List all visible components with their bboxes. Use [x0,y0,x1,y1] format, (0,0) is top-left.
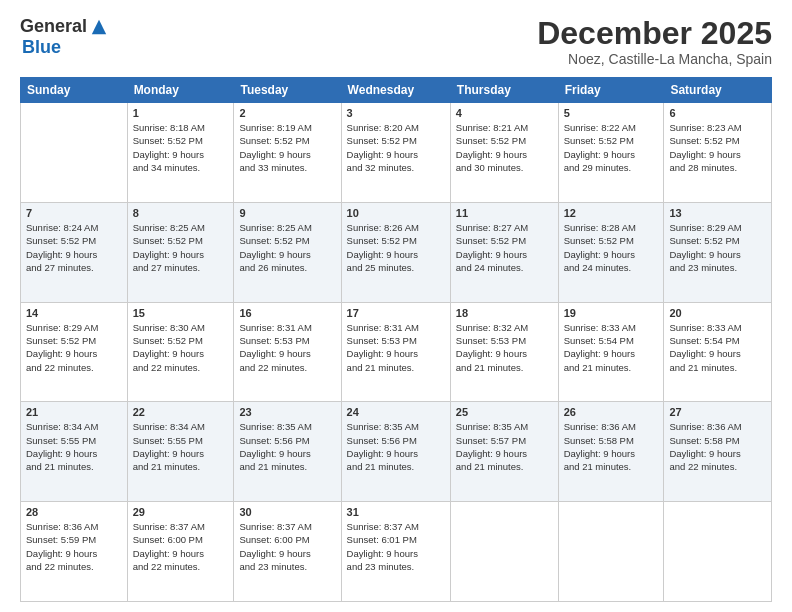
calendar-table: SundayMondayTuesdayWednesdayThursdayFrid… [20,77,772,602]
logo-icon [90,18,108,36]
weekday-header-saturday: Saturday [664,78,772,103]
calendar-cell: 11Sunrise: 8:27 AM Sunset: 5:52 PM Dayli… [450,202,558,302]
calendar-cell: 25Sunrise: 8:35 AM Sunset: 5:57 PM Dayli… [450,402,558,502]
calendar-cell: 13Sunrise: 8:29 AM Sunset: 5:52 PM Dayli… [664,202,772,302]
calendar-week-row: 28Sunrise: 8:36 AM Sunset: 5:59 PM Dayli… [21,502,772,602]
day-number: 23 [239,406,335,418]
day-info: Sunrise: 8:24 AM Sunset: 5:52 PM Dayligh… [26,221,122,274]
calendar-week-row: 14Sunrise: 8:29 AM Sunset: 5:52 PM Dayli… [21,302,772,402]
calendar-cell: 14Sunrise: 8:29 AM Sunset: 5:52 PM Dayli… [21,302,128,402]
day-number: 3 [347,107,445,119]
day-info: Sunrise: 8:37 AM Sunset: 6:01 PM Dayligh… [347,520,445,573]
day-number: 2 [239,107,335,119]
day-info: Sunrise: 8:29 AM Sunset: 5:52 PM Dayligh… [26,321,122,374]
day-number: 5 [564,107,659,119]
title-block: December 2025 Noez, Castille-La Mancha, … [537,16,772,67]
day-info: Sunrise: 8:31 AM Sunset: 5:53 PM Dayligh… [347,321,445,374]
logo-general-text: General [20,16,87,37]
weekday-header-row: SundayMondayTuesdayWednesdayThursdayFrid… [21,78,772,103]
logo-blue-text: Blue [22,37,61,58]
calendar-cell [21,103,128,203]
calendar-cell: 19Sunrise: 8:33 AM Sunset: 5:54 PM Dayli… [558,302,664,402]
location-text: Noez, Castille-La Mancha, Spain [537,51,772,67]
day-number: 9 [239,207,335,219]
day-info: Sunrise: 8:26 AM Sunset: 5:52 PM Dayligh… [347,221,445,274]
day-info: Sunrise: 8:19 AM Sunset: 5:52 PM Dayligh… [239,121,335,174]
calendar-week-row: 1Sunrise: 8:18 AM Sunset: 5:52 PM Daylig… [21,103,772,203]
day-info: Sunrise: 8:21 AM Sunset: 5:52 PM Dayligh… [456,121,553,174]
day-info: Sunrise: 8:37 AM Sunset: 6:00 PM Dayligh… [239,520,335,573]
day-number: 14 [26,307,122,319]
calendar-cell: 1Sunrise: 8:18 AM Sunset: 5:52 PM Daylig… [127,103,234,203]
header: General Blue December 2025 Noez, Castill… [20,16,772,67]
day-info: Sunrise: 8:35 AM Sunset: 5:57 PM Dayligh… [456,420,553,473]
day-info: Sunrise: 8:33 AM Sunset: 5:54 PM Dayligh… [669,321,766,374]
calendar-cell: 24Sunrise: 8:35 AM Sunset: 5:56 PM Dayli… [341,402,450,502]
day-number: 13 [669,207,766,219]
day-info: Sunrise: 8:22 AM Sunset: 5:52 PM Dayligh… [564,121,659,174]
calendar-cell: 26Sunrise: 8:36 AM Sunset: 5:58 PM Dayli… [558,402,664,502]
calendar-cell [664,502,772,602]
calendar-cell: 29Sunrise: 8:37 AM Sunset: 6:00 PM Dayli… [127,502,234,602]
calendar-cell: 17Sunrise: 8:31 AM Sunset: 5:53 PM Dayli… [341,302,450,402]
calendar-week-row: 7Sunrise: 8:24 AM Sunset: 5:52 PM Daylig… [21,202,772,302]
calendar-cell: 7Sunrise: 8:24 AM Sunset: 5:52 PM Daylig… [21,202,128,302]
day-number: 12 [564,207,659,219]
day-number: 26 [564,406,659,418]
day-number: 30 [239,506,335,518]
calendar-cell: 9Sunrise: 8:25 AM Sunset: 5:52 PM Daylig… [234,202,341,302]
day-number: 29 [133,506,229,518]
day-number: 17 [347,307,445,319]
day-number: 24 [347,406,445,418]
day-info: Sunrise: 8:29 AM Sunset: 5:52 PM Dayligh… [669,221,766,274]
day-info: Sunrise: 8:36 AM Sunset: 5:58 PM Dayligh… [564,420,659,473]
calendar-cell: 16Sunrise: 8:31 AM Sunset: 5:53 PM Dayli… [234,302,341,402]
day-info: Sunrise: 8:30 AM Sunset: 5:52 PM Dayligh… [133,321,229,374]
weekday-header-sunday: Sunday [21,78,128,103]
calendar-cell: 23Sunrise: 8:35 AM Sunset: 5:56 PM Dayli… [234,402,341,502]
calendar-cell: 5Sunrise: 8:22 AM Sunset: 5:52 PM Daylig… [558,103,664,203]
day-number: 1 [133,107,229,119]
weekday-header-thursday: Thursday [450,78,558,103]
day-info: Sunrise: 8:34 AM Sunset: 5:55 PM Dayligh… [133,420,229,473]
calendar-cell [558,502,664,602]
month-title: December 2025 [537,16,772,51]
day-info: Sunrise: 8:36 AM Sunset: 5:59 PM Dayligh… [26,520,122,573]
weekday-header-tuesday: Tuesday [234,78,341,103]
day-info: Sunrise: 8:25 AM Sunset: 5:52 PM Dayligh… [133,221,229,274]
calendar-cell: 22Sunrise: 8:34 AM Sunset: 5:55 PM Dayli… [127,402,234,502]
calendar-cell: 8Sunrise: 8:25 AM Sunset: 5:52 PM Daylig… [127,202,234,302]
calendar-cell: 20Sunrise: 8:33 AM Sunset: 5:54 PM Dayli… [664,302,772,402]
day-number: 31 [347,506,445,518]
calendar-page: General Blue December 2025 Noez, Castill… [0,0,792,612]
day-info: Sunrise: 8:32 AM Sunset: 5:53 PM Dayligh… [456,321,553,374]
day-number: 15 [133,307,229,319]
day-info: Sunrise: 8:23 AM Sunset: 5:52 PM Dayligh… [669,121,766,174]
day-info: Sunrise: 8:33 AM Sunset: 5:54 PM Dayligh… [564,321,659,374]
day-info: Sunrise: 8:31 AM Sunset: 5:53 PM Dayligh… [239,321,335,374]
calendar-cell: 27Sunrise: 8:36 AM Sunset: 5:58 PM Dayli… [664,402,772,502]
day-info: Sunrise: 8:37 AM Sunset: 6:00 PM Dayligh… [133,520,229,573]
weekday-header-friday: Friday [558,78,664,103]
calendar-cell: 10Sunrise: 8:26 AM Sunset: 5:52 PM Dayli… [341,202,450,302]
day-number: 11 [456,207,553,219]
calendar-cell: 2Sunrise: 8:19 AM Sunset: 5:52 PM Daylig… [234,103,341,203]
day-number: 22 [133,406,229,418]
calendar-cell: 6Sunrise: 8:23 AM Sunset: 5:52 PM Daylig… [664,103,772,203]
day-info: Sunrise: 8:34 AM Sunset: 5:55 PM Dayligh… [26,420,122,473]
calendar-cell: 31Sunrise: 8:37 AM Sunset: 6:01 PM Dayli… [341,502,450,602]
calendar-cell [450,502,558,602]
logo: General Blue [20,16,108,58]
day-number: 8 [133,207,229,219]
calendar-cell: 21Sunrise: 8:34 AM Sunset: 5:55 PM Dayli… [21,402,128,502]
calendar-week-row: 21Sunrise: 8:34 AM Sunset: 5:55 PM Dayli… [21,402,772,502]
day-number: 7 [26,207,122,219]
calendar-cell: 15Sunrise: 8:30 AM Sunset: 5:52 PM Dayli… [127,302,234,402]
calendar-cell: 12Sunrise: 8:28 AM Sunset: 5:52 PM Dayli… [558,202,664,302]
day-number: 28 [26,506,122,518]
day-number: 16 [239,307,335,319]
day-number: 18 [456,307,553,319]
day-info: Sunrise: 8:27 AM Sunset: 5:52 PM Dayligh… [456,221,553,274]
day-number: 6 [669,107,766,119]
calendar-cell: 3Sunrise: 8:20 AM Sunset: 5:52 PM Daylig… [341,103,450,203]
